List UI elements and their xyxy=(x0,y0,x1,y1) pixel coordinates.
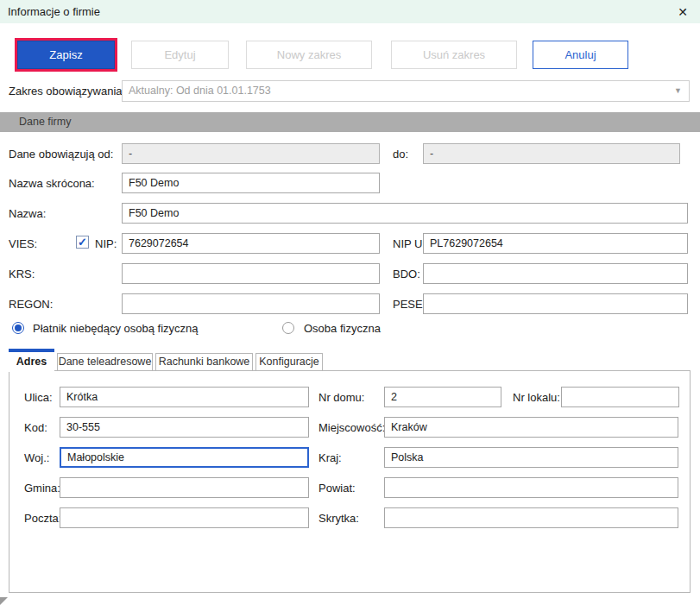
new-range-button[interactable]: Nowy zakres xyxy=(246,41,372,69)
annotation-highlight: Zapisz xyxy=(15,38,117,72)
check-icon: ✓ xyxy=(77,236,88,248)
nip-label: NIP: xyxy=(95,237,117,250)
valid-to-label: do: xyxy=(393,148,408,161)
apartment-no-label: Nr lokalu: xyxy=(513,391,560,404)
mouse-cursor xyxy=(0,597,8,605)
nip-input[interactable] xyxy=(122,233,380,254)
apartment-no-input[interactable] xyxy=(561,387,679,407)
range-combobox[interactable]: Aktualny: Od dnia 01.01.1753 ▼ xyxy=(122,80,690,102)
short-name-input[interactable] xyxy=(122,173,380,193)
postal-code-label: Kod: xyxy=(24,421,47,434)
regon-label: REGON: xyxy=(9,298,53,311)
bdo-input[interactable] xyxy=(423,263,688,284)
company-section-title: Dane firmy xyxy=(19,116,71,128)
valid-to-input xyxy=(423,143,680,164)
valid-from-input xyxy=(122,143,380,164)
company-info-dialog: Informacje o firmie ✕ Zapisz Edytuj Nowy… xyxy=(0,0,700,605)
krs-label: KRS: xyxy=(9,268,35,280)
name-input[interactable] xyxy=(122,203,688,224)
window-title: Informacje o firmie xyxy=(8,5,100,18)
name-label: Nazwa: xyxy=(9,207,46,220)
commune-label: Gmina: xyxy=(24,482,60,495)
close-icon[interactable]: ✕ xyxy=(674,3,691,21)
save-button[interactable]: Zapisz xyxy=(17,41,115,69)
address-tab-panel: Ulica: Nr domu: Nr lokalu: Kod: Miejscow… xyxy=(9,370,691,593)
edit-button[interactable]: Edytuj xyxy=(131,41,229,69)
tab-dane-teleadresowe[interactable]: Dane teleadresowe xyxy=(57,353,153,371)
city-label: Miejscowość: xyxy=(318,421,385,434)
krs-input[interactable] xyxy=(122,263,380,284)
commune-input[interactable] xyxy=(60,477,309,498)
payer-radio-label: Płatnik niebędący osobą fizyczną xyxy=(33,322,199,335)
country-input[interactable] xyxy=(384,447,678,468)
regon-input[interactable] xyxy=(122,293,380,314)
range-label: Zakres obowiązywania: xyxy=(9,85,125,98)
tab-rachunki-bankowe[interactable]: Rachunki bankowe xyxy=(155,353,253,371)
nip-ue-input[interactable] xyxy=(423,233,688,254)
tab-konfiguracje[interactable]: Konfiguracje xyxy=(255,353,323,371)
county-input[interactable] xyxy=(384,477,678,498)
range-combobox-value: Aktualny: Od dnia 01.01.1753 xyxy=(129,85,271,97)
cancel-button[interactable]: Anuluj xyxy=(533,41,628,69)
post-office-label: Poczta: xyxy=(24,512,61,525)
payer-radio[interactable] xyxy=(12,322,24,334)
province-input[interactable] xyxy=(60,447,309,468)
street-label: Ulica: xyxy=(24,391,53,404)
province-label: Woj.: xyxy=(24,451,49,464)
natural-person-radio[interactable] xyxy=(282,322,294,334)
county-label: Powiat: xyxy=(318,482,356,495)
chevron-down-icon: ▼ xyxy=(674,81,682,101)
country-label: Kraj: xyxy=(318,451,342,464)
vies-label: VIES: xyxy=(9,237,37,250)
bdo-label: BDO: xyxy=(393,268,420,280)
post-office-input[interactable] xyxy=(60,507,309,528)
valid-from-label: Dane obowiązują od: xyxy=(9,148,113,161)
house-no-label: Nr domu: xyxy=(318,391,364,404)
title-bar: Informacje o firmie ✕ xyxy=(0,0,700,23)
street-input[interactable] xyxy=(60,387,309,407)
vies-checkbox[interactable]: ✓ xyxy=(76,236,89,249)
postal-code-input[interactable] xyxy=(60,417,309,438)
short-name-label: Nazwa skrócona: xyxy=(9,177,95,190)
company-section-header: Dane firmy xyxy=(0,112,700,132)
tab-adres[interactable]: Adres xyxy=(9,349,54,372)
po-box-input[interactable] xyxy=(384,507,678,528)
city-input[interactable] xyxy=(384,417,678,438)
natural-person-radio-label: Osoba fizyczna xyxy=(304,322,381,335)
po-box-label: Skrytka: xyxy=(318,512,359,525)
pesel-input[interactable] xyxy=(423,293,688,314)
house-no-input[interactable] xyxy=(384,387,501,407)
delete-range-button[interactable]: Usuń zakres xyxy=(391,41,517,69)
